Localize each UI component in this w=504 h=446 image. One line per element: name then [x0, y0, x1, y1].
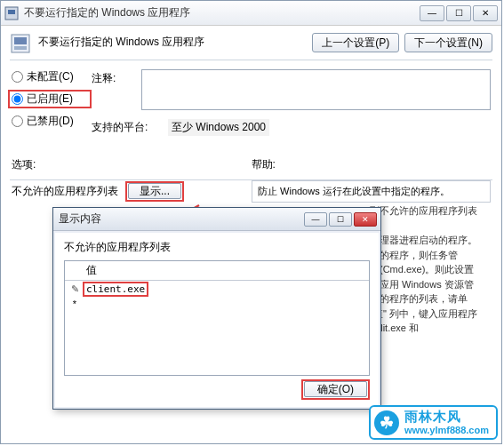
list-value-cell[interactable]: client.exe: [83, 282, 148, 297]
page-title: 不要运行指定的 Windows 应用程序: [38, 33, 312, 50]
watermark-icon: ☘: [374, 410, 399, 435]
policy-icon: [10, 33, 31, 54]
svg-rect-3: [14, 37, 27, 44]
maximize-button[interactable]: ☐: [446, 5, 471, 21]
dialog-list-label: 不允许的应用程序列表: [64, 240, 370, 255]
minimize-button[interactable]: —: [420, 5, 444, 21]
platform-value: 至少 Windows 2000: [168, 119, 269, 136]
new-row-icon: *: [68, 299, 81, 309]
help-continuation: 到不允许的应用程序列表 管理器进程启动的程序。 定的程序，则任务管 符(Cmd.…: [370, 203, 487, 336]
app-icon: [4, 6, 19, 20]
list-row[interactable]: ✎ client.exe: [65, 281, 369, 298]
comment-label: 注释:: [92, 69, 141, 110]
options-label: 选项:: [12, 157, 252, 172]
dialog-title: 显示内容: [57, 211, 304, 227]
value-list[interactable]: 值 ✎ client.exe *: [64, 260, 370, 376]
platform-label: 支持的平台:: [92, 120, 168, 135]
watermark-url: www.ylmf888.com: [404, 425, 489, 435]
help-text-panel: 防止 Windows 运行在此设置中指定的程序。: [252, 180, 491, 203]
help-label: 帮助:: [252, 157, 492, 172]
disallowed-list-label: 不允许的应用程序列表: [12, 184, 118, 199]
titlebar: 不要运行指定的 Windows 应用程序 — ☐ ✕: [1, 1, 501, 26]
prev-setting-button[interactable]: 上一个设置(P): [312, 33, 399, 52]
radio-enabled[interactable]: 已启用(E): [12, 92, 88, 107]
dialog-minimize-button[interactable]: —: [304, 212, 327, 227]
show-button[interactable]: 显示...: [128, 183, 181, 199]
close-button[interactable]: ✕: [473, 5, 498, 21]
watermark: ☘ 雨林木风 www.ylmf888.com: [369, 405, 498, 440]
show-contents-dialog: 显示内容 — ☐ ✕ 不允许的应用程序列表 值 ✎ client.exe *: [52, 207, 381, 410]
dialog-close-button[interactable]: ✕: [354, 212, 377, 227]
edit-icon: ✎: [68, 283, 81, 295]
ok-button[interactable]: 确定(O): [304, 381, 367, 397]
svg-rect-1: [8, 10, 15, 14]
svg-rect-4: [14, 46, 27, 50]
dialog-maximize-button[interactable]: ☐: [329, 212, 352, 227]
list-header: 值: [65, 261, 369, 281]
watermark-cn: 雨林木风: [404, 410, 489, 425]
next-setting-button[interactable]: 下一个设置(N): [404, 33, 492, 52]
radio-disabled[interactable]: 已禁用(D): [12, 114, 92, 129]
comment-textarea[interactable]: [141, 69, 491, 110]
window-title: 不要运行指定的 Windows 应用程序: [24, 5, 420, 20]
radio-not-configured[interactable]: 未配置(C): [12, 69, 92, 84]
list-new-row[interactable]: *: [65, 298, 369, 310]
